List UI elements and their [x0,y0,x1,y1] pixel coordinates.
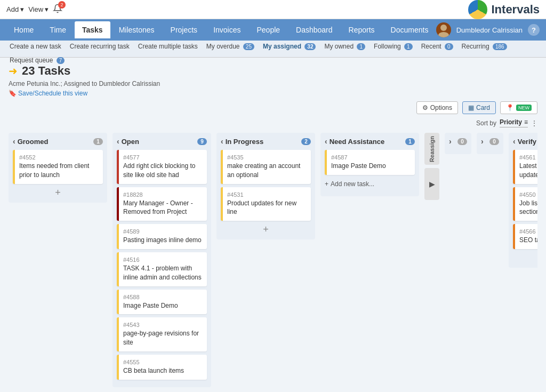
nav-time[interactable]: Time [42,21,74,38]
page-title: 23 Tasks [22,64,70,78]
subnav-my-assigned[interactable]: My assigned 32 [260,41,319,52]
add-task-label: Add new task... [331,180,374,188]
view-chevron-icon: ▾ [45,5,49,13]
subnav-my-owned[interactable]: My owned 1 [321,41,368,52]
sort-priority[interactable]: Priority ≡ [500,118,528,127]
sort-options-icon[interactable]: ⋮ [531,119,537,127]
task-title: Latest copy revisions & updates [519,162,537,180]
task-card[interactable]: #4577 Add right click blocking to site l… [117,150,207,184]
blank2-expand-arrow[interactable]: › [481,137,484,146]
task-card[interactable]: #4555 CB beta launch items [117,355,207,380]
task-card[interactable]: #4543 page-by-page revisions for site [117,317,207,351]
subnav-create-new-task[interactable]: Create a new task [6,41,65,52]
task-title: CB beta launch items [123,366,203,375]
blank-expand-arrow[interactable]: › [449,137,452,146]
staged-arrow: ▶ [429,180,435,188]
task-card[interactable]: #4535 make creating an account an option… [221,150,311,184]
nav-tasks[interactable]: Tasks [75,21,110,38]
column-header-blank: › 0 [449,137,467,146]
subnav-recurring[interactable]: Recurring 186 [459,41,510,52]
task-card[interactable]: #4587 Image Paste Demo [325,150,415,175]
need-assistance-collapse-arrow[interactable]: ‹ [325,137,327,146]
task-card[interactable]: #4566 SEO tagging review & tune [513,224,537,249]
task-card[interactable]: #4531 Product updates for new line [221,187,311,221]
task-card[interactable]: #4550 Job listings for recruiting sectio… [513,187,537,221]
location-icon: 📍 [506,104,514,111]
column-header-in-progress: ‹ In Progress 2 [221,137,311,146]
column-header-groomed: ‹ Groomed 1 [13,137,103,146]
sort-by-label: Sort by [476,119,496,127]
nav-milestones[interactable]: Milestones [111,21,162,38]
nav-people[interactable]: People [249,21,287,38]
task-card[interactable]: #4516 TASK 4.1 - problem with inline adm… [117,252,207,286]
need-assistance-count: 1 [405,138,415,145]
nav-home[interactable]: Home [6,21,41,38]
svg-point-1 [438,32,449,37]
nav-projects[interactable]: Projects [163,21,205,38]
vertical-columns-container: Reassign ▶ [424,133,439,200]
subnav-my-overdue[interactable]: My overdue 25 [203,41,258,52]
column-header-verify-close: ‹ Verify & Close + 3 [513,137,537,146]
task-title: page-by-page revisions for site [123,329,203,347]
notification-bell[interactable]: 2 [53,4,62,15]
add-button[interactable]: Add ▾ [6,5,24,13]
logo: Intervals [468,0,540,19]
reassign-column[interactable]: Reassign [424,133,439,165]
view-button[interactable]: View ▾ [28,5,49,13]
add-task-button-verify-close[interactable]: + [513,252,537,263]
open-collapse-arrow[interactable]: ‹ [117,137,119,146]
nav-dashboard[interactable]: Dashboard [288,21,340,38]
nav-bar-right: Dumbledor Calrissian ? [436,22,540,37]
column-groomed: ‹ Groomed 1 #4552 Items needed from clie… [9,133,107,203]
location-button[interactable]: 📍 NEW [500,101,537,114]
subnav-following[interactable]: Following 1 [371,41,416,52]
subnav-create-multiple-tasks[interactable]: Create multiple tasks [135,41,201,52]
page-subtitle: Acme Petunia Inc.; Assigned to Dumbledor… [9,80,537,87]
nav-reports[interactable]: Reports [341,21,382,38]
add-label: Add [6,5,19,13]
task-card[interactable]: #4589 Pasting images inline demo [117,224,207,249]
card-label: Card [476,104,490,111]
task-card[interactable]: #4561 Latest copy revisions & updates [513,150,537,184]
blank-count: 0 [457,138,467,145]
nav-bar: Home Time Tasks Milestones Projects Invo… [0,19,546,41]
card-button[interactable]: ▦ Card [462,101,496,114]
plus-icon: + [325,180,328,188]
user-name[interactable]: Dumbledor Calrissian [456,26,523,34]
save-schedule-label: Save/Schedule this view [18,90,87,97]
options-button[interactable]: ⚙ Options [416,101,458,114]
add-task-button-in-progress[interactable]: + [221,224,311,235]
arrow-icon: ➜ [9,65,18,77]
options-label: Options [430,104,452,111]
top-bar-left: Add ▾ View ▾ 2 [6,4,62,15]
column-verify-close: ‹ Verify & Close + 3 #4561 Latest copy r… [509,133,537,268]
groomed-collapse-arrow[interactable]: ‹ [13,137,15,146]
add-new-task-inline[interactable]: + Add new task... [325,178,415,190]
sort-bar: Sort by Priority ≡ ⋮ [9,118,537,127]
task-id: #4516 [123,257,203,263]
sort-list-icon: ≡ [524,118,528,126]
task-title: Image Paste Demo [123,301,203,310]
task-card[interactable]: #4552 Items needed from client prior to … [13,150,103,184]
help-button[interactable]: ? [528,24,540,36]
subnav-create-recurring-task[interactable]: Create recurring task [67,41,133,52]
task-id: #4550 [519,191,537,198]
task-title: Job listings for recruiting section of s… [519,199,537,217]
staged-column[interactable]: ▶ [424,168,439,200]
nav-invoices[interactable]: Invoices [206,21,248,38]
task-title: Pasting images inline demo [123,236,203,245]
task-card[interactable]: #4588 Image Paste Demo [117,290,207,315]
add-task-button-groomed[interactable]: + [13,187,103,198]
task-id: #4555 [123,359,203,365]
task-card[interactable]: #18828 Mary Manager - Owner - Removed fr… [117,187,207,221]
in-progress-title: In Progress [226,138,264,146]
column-need-assistance: ‹ Need Assistance 1 #4587 Image Paste De… [320,133,419,196]
verify-collapse-arrow[interactable]: ‹ [513,137,516,146]
nav-documents[interactable]: Documents [383,21,436,38]
in-progress-collapse-arrow[interactable]: ‹ [221,137,223,146]
save-schedule-link[interactable]: 🔖 Save/Schedule this view [9,90,537,97]
task-title: Mary Manager - Owner - Removed from Proj… [123,199,203,217]
groomed-count: 1 [93,138,103,145]
subnav-recent[interactable]: Recent 0 [418,41,456,52]
column-header-open: ‹ Open 9 [117,137,207,146]
